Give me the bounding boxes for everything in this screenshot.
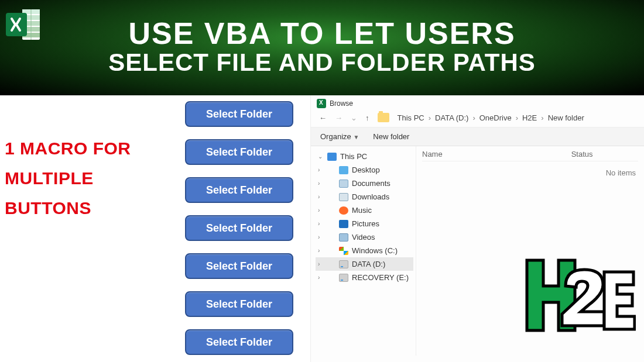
select-folder-button[interactable]: Select Folder — [185, 253, 293, 279]
excel-icon — [5, 7, 42, 44]
tree-caret-icon[interactable]: › — [318, 220, 324, 227]
organize-menu[interactable]: Organize ▼ — [320, 132, 359, 141]
file-browser-dialog: Browse ← → ⌄ ↑ This PCDATA (D:)OneDriveH… — [310, 95, 644, 362]
tree-item[interactable]: ›Windows (C:) — [316, 244, 413, 257]
tree-caret-icon[interactable]: › — [318, 234, 324, 240]
tree-item-label: Downloads — [352, 192, 389, 201]
tree-caret-icon[interactable]: › — [318, 247, 324, 254]
h2e-logo — [525, 256, 636, 339]
tree-item-label: Documents — [352, 179, 390, 188]
tree-item-icon — [339, 247, 348, 255]
chevron-down-icon: ▼ — [353, 134, 359, 140]
macro-note-line: 1 MACRO FOR — [5, 133, 131, 163]
tree-item-label: Desktop — [352, 166, 380, 174]
tree-item-icon — [339, 166, 348, 174]
breadcrumb-segment[interactable]: DATA (D:) — [435, 113, 468, 122]
tree-caret-icon[interactable]: › — [318, 180, 324, 187]
tree-item-icon — [339, 220, 348, 228]
tree-item-label: This PC — [340, 152, 367, 161]
nav-up-button[interactable]: ↑ — [365, 113, 369, 122]
tree-caret-icon[interactable]: › — [318, 261, 324, 267]
breadcrumb-segment[interactable]: H2E — [522, 113, 537, 122]
tree-caret-icon[interactable]: › — [318, 167, 324, 173]
macro-note-line: MULTIPLE — [5, 163, 131, 193]
tree-caret-icon[interactable]: › — [318, 274, 324, 281]
select-folder-button[interactable]: Select Folder — [185, 177, 293, 203]
title-line-1: USE VBA TO LET USERS — [128, 18, 515, 49]
tree-item-label: Windows (C:) — [352, 246, 398, 255]
file-list-pane: Name Status No items — [416, 146, 644, 356]
tree-caret-icon[interactable]: ⌄ — [318, 153, 324, 160]
tree-item[interactable]: ›Videos — [316, 230, 413, 244]
column-header-status[interactable]: Status — [571, 150, 593, 158]
dialog-title: Browse — [330, 99, 353, 108]
tree-item-icon — [327, 153, 337, 161]
column-header-name[interactable]: Name — [422, 150, 443, 158]
title-line-2: SELECT FILE AND FOLDER PATHS — [108, 49, 536, 77]
select-folder-button[interactable]: Select Folder — [185, 139, 293, 165]
tree-caret-icon[interactable]: › — [318, 194, 324, 200]
tree-item-label: DATA (D:) — [352, 260, 385, 268]
folder-tree: ⌄This PC›Desktop›Documents›Downloads›Mus… — [311, 146, 416, 356]
title-banner: USE VBA TO LET USERS SELECT FILE AND FOL… — [0, 0, 644, 95]
nav-dropdown-icon[interactable]: ⌄ — [351, 113, 357, 122]
select-folder-button[interactable]: Select Folder — [185, 215, 293, 241]
tree-item-icon — [339, 193, 348, 201]
select-folder-button-column: Select FolderSelect FolderSelect FolderS… — [185, 101, 293, 362]
folder-icon — [378, 113, 389, 122]
breadcrumb-segment[interactable]: OneDrive — [479, 113, 512, 122]
tree-item-icon — [339, 274, 348, 282]
tree-item[interactable]: ›DATA (D:) — [316, 257, 413, 271]
excel-mini-icon — [317, 99, 326, 108]
tree-item-icon — [339, 180, 348, 188]
tree-item[interactable]: ›RECOVERY (E:) — [316, 271, 413, 284]
tree-item[interactable]: ›Desktop — [316, 163, 413, 177]
breadcrumb-segment[interactable]: This PC — [398, 113, 424, 122]
nav-forward-button[interactable]: → — [335, 113, 342, 122]
tree-item-label: Music — [352, 206, 372, 215]
tree-item-icon — [339, 206, 348, 215]
breadcrumb-segment[interactable]: New folder — [548, 113, 584, 122]
tree-item[interactable]: ›Documents — [316, 177, 413, 190]
tree-item[interactable]: ›Downloads — [316, 190, 413, 204]
nav-back-button[interactable]: ← — [319, 113, 327, 122]
select-folder-button[interactable]: Select Folder — [185, 291, 293, 317]
breadcrumb[interactable]: This PCDATA (D:)OneDriveH2ENew folder — [398, 113, 584, 122]
new-folder-button[interactable]: New folder — [373, 132, 409, 141]
select-folder-button[interactable]: Select Folder — [185, 329, 293, 355]
tree-item-label: Videos — [352, 233, 375, 242]
empty-list-label: No items — [422, 161, 638, 177]
tree-caret-icon[interactable]: › — [318, 207, 324, 213]
tree-item-label: Pictures — [352, 219, 379, 228]
macro-note-line: BUTTONS — [5, 193, 131, 223]
tree-item[interactable]: ›Music — [316, 204, 413, 217]
macro-note: 1 MACRO FOR MULTIPLE BUTTONS — [5, 133, 131, 223]
tree-item[interactable]: ›Pictures — [316, 217, 413, 230]
select-folder-button[interactable]: Select Folder — [185, 101, 293, 127]
tree-item-label: RECOVERY (E:) — [352, 273, 409, 282]
tree-item[interactable]: ⌄This PC — [316, 150, 413, 163]
tree-item-icon — [339, 260, 348, 268]
tree-item-icon — [339, 233, 348, 242]
